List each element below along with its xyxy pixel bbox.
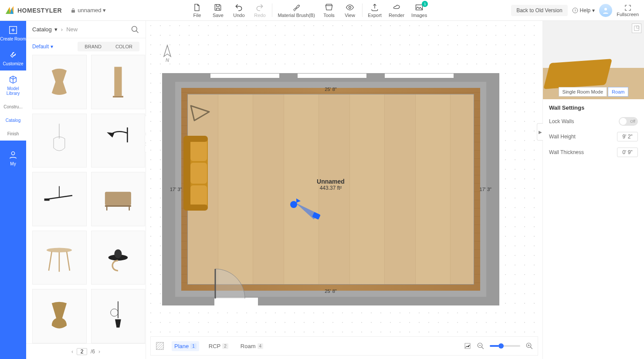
svg-rect-36 (183, 205, 208, 211)
export-button[interactable]: Export (364, 0, 385, 20)
svg-line-41 (481, 347, 484, 349)
file-button[interactable]: File (186, 0, 207, 20)
chevron-down-icon: ▾ (51, 44, 53, 50)
project-name-dropdown[interactable]: unnamed ▾ (71, 7, 106, 13)
logo-area: HOMESTYLER (0, 5, 66, 16)
pager-total: /6 (91, 349, 95, 355)
default-filter-dropdown[interactable]: Default▾ (32, 44, 53, 50)
export-icon (370, 3, 379, 12)
undo-button[interactable]: Undo (228, 0, 249, 20)
room-label: Unnamed 443.37 ft² (317, 178, 345, 191)
catalog-item[interactable] (32, 231, 87, 285)
expand-preview-button[interactable] (632, 23, 641, 33)
avatar[interactable] (599, 4, 612, 17)
dimension-bottom: 25' 8" (324, 288, 337, 294)
wall-thickness-label: Wall Thickness (549, 149, 584, 155)
svg-rect-32 (190, 140, 207, 161)
single-room-mode-tab[interactable]: Single Room Mode (559, 87, 607, 97)
svg-text:?: ? (574, 8, 576, 12)
pager-next-button[interactable]: › (98, 349, 100, 355)
preview-3d[interactable]: Single Room Mode Roam (543, 21, 644, 99)
save-icon (214, 3, 222, 12)
collapse-right-button[interactable]: ▶ (537, 123, 543, 141)
svg-point-7 (132, 26, 137, 31)
zoom-slider[interactable] (490, 345, 520, 347)
images-button[interactable]: 1Images (408, 0, 430, 20)
pager-prev-button[interactable]: ‹ (71, 349, 73, 355)
create-room-button[interactable]: Create Room (0, 21, 26, 46)
svg-rect-34 (190, 185, 207, 206)
catalog-item[interactable] (32, 289, 87, 343)
svg-rect-8 (114, 67, 122, 96)
svg-text:N: N (166, 57, 169, 63)
top-right-actions: Back to Old Version ? Help ▾ Fullscreen (511, 4, 644, 17)
fullscreen-icon (624, 4, 632, 12)
svg-rect-13 (44, 198, 50, 201)
save-button[interactable]: Save (207, 0, 228, 20)
logo-icon (4, 5, 15, 16)
material-brush-button[interactable]: Material Brush(B) (274, 0, 319, 20)
customize-button[interactable]: Customize (0, 46, 26, 70)
catalog-item[interactable] (91, 114, 146, 168)
redo-button[interactable]: Redo (249, 0, 270, 20)
model-library-button[interactable]: Model Library (0, 70, 26, 100)
triangle-shape[interactable] (188, 101, 212, 122)
floorplan-canvas[interactable]: N 25' 8" 25' 8" 17' 3" 17' 3" Unnamed 44… (146, 21, 542, 333)
hatch-icon[interactable] (155, 341, 165, 351)
catalog-item[interactable] (91, 289, 146, 343)
catalog-grid (26, 55, 146, 343)
back-old-version-button[interactable]: Back to Old Version (511, 5, 567, 16)
breadcrumb-root[interactable]: Catalog (32, 26, 52, 33)
zoom-out-icon[interactable] (477, 342, 485, 350)
brand-filter-tab[interactable]: BRAND (78, 42, 108, 51)
catalog-button[interactable]: Catalog (0, 114, 26, 127)
zoom-in-icon[interactable] (525, 342, 533, 350)
rcp-tab[interactable]: RCP2 (206, 341, 231, 351)
lock-walls-toggle[interactable]: Off (619, 117, 638, 126)
images-badge: 1 (422, 1, 428, 7)
catalog-item[interactable] (32, 114, 87, 168)
file-icon (193, 3, 201, 12)
fit-icon[interactable] (464, 342, 471, 350)
dimension-top: 25' 8" (324, 86, 337, 92)
catalog-item[interactable] (91, 172, 146, 226)
catalog-item[interactable] (91, 55, 146, 109)
view-button[interactable]: View (339, 0, 360, 20)
fullscreen-button[interactable]: Fullscreen (617, 4, 639, 17)
door-icon (214, 268, 258, 299)
catalog-item[interactable] (32, 172, 87, 226)
svg-rect-14 (105, 191, 131, 205)
chevron-down-icon: ▾ (592, 7, 595, 13)
brush-icon (292, 3, 301, 12)
search-icon[interactable] (131, 25, 139, 34)
pager-input[interactable] (77, 348, 87, 355)
toolbar-center: File Save Undo Redo Material Brush(B) To… (186, 0, 430, 20)
brand-label: HOMESTYLER (17, 7, 62, 14)
construction-button[interactable]: Constru... (0, 100, 26, 114)
color-filter-tab[interactable]: COLOR (108, 42, 139, 51)
svg-point-28 (290, 201, 297, 208)
camera-icon[interactable] (288, 195, 323, 221)
help-button[interactable]: ? Help ▾ (572, 7, 595, 13)
compass-icon: N (160, 44, 175, 63)
finish-button[interactable]: Finish (0, 127, 26, 141)
sofa-furniture[interactable] (182, 134, 210, 212)
my-button[interactable]: My (0, 146, 26, 171)
dimension-right: 17' 3" (479, 186, 492, 192)
sofa-preview (543, 59, 612, 89)
catalog-item[interactable] (32, 55, 87, 109)
svg-rect-35 (183, 136, 208, 142)
floorplan[interactable]: 25' 8" 25' 8" 17' 3" 17' 3" Unnamed 443.… (162, 73, 499, 305)
roam-tab[interactable]: Roam4 (238, 341, 266, 351)
catalog-item[interactable] (91, 231, 146, 285)
plane-tab[interactable]: Plane1 (172, 341, 199, 351)
undo-icon (234, 3, 243, 12)
render-button[interactable]: Render (385, 0, 408, 20)
wall-thickness-input[interactable]: 0' 9" (617, 148, 638, 157)
tools-button[interactable]: Tools (319, 0, 339, 20)
wrench-icon (8, 50, 18, 60)
catalog-filter-row: Default▾ BRAND COLOR (26, 38, 146, 55)
right-panel: Single Room Mode Roam ▶ Wall Settings Lo… (542, 21, 644, 359)
roam-mode-tab[interactable]: Roam (608, 87, 628, 97)
wall-height-input[interactable]: 9' 2" (617, 132, 638, 141)
